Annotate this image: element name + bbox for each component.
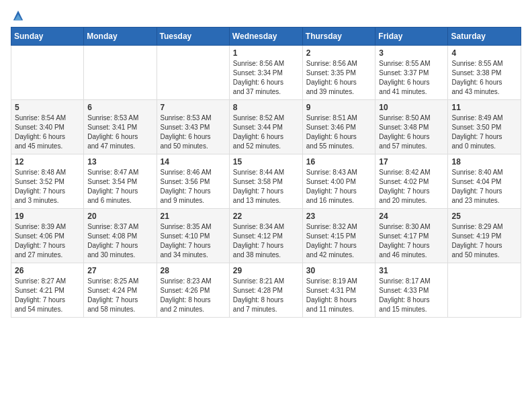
calendar-cell: 12Sunrise: 8:48 AM Sunset: 3:52 PM Dayli…: [11, 154, 84, 209]
day-number: 25: [451, 212, 517, 221]
day-info: Sunrise: 8:29 AM Sunset: 4:19 PM Dayligh…: [451, 222, 517, 260]
calendar-cell: 22Sunrise: 8:34 AM Sunset: 4:12 PM Dayli…: [229, 209, 302, 263]
weekday-header: Saturday: [448, 28, 521, 46]
calendar-cell: 30Sunrise: 8:19 AM Sunset: 4:31 PM Dayli…: [302, 263, 375, 318]
day-info: Sunrise: 8:23 AM Sunset: 4:26 PM Dayligh…: [161, 277, 226, 314]
logo: [11, 11, 24, 21]
calendar-cell: 16Sunrise: 8:43 AM Sunset: 4:00 PM Dayli…: [302, 154, 375, 209]
day-number: 7: [161, 103, 226, 112]
calendar-week-row: 12Sunrise: 8:48 AM Sunset: 3:52 PM Dayli…: [11, 154, 521, 209]
logo-icon: [12, 9, 24, 21]
day-number: 5: [15, 103, 80, 112]
day-number: 10: [379, 103, 444, 112]
day-info: Sunrise: 8:32 AM Sunset: 4:15 PM Dayligh…: [306, 222, 372, 260]
calendar-cell: 7Sunrise: 8:53 AM Sunset: 3:43 PM Daylig…: [157, 100, 229, 154]
day-info: Sunrise: 8:53 AM Sunset: 3:41 PM Dayligh…: [87, 113, 152, 151]
day-number: 22: [233, 212, 299, 221]
calendar-cell: [157, 46, 229, 100]
calendar: SundayMondayTuesdayWednesdayThursdayFrid…: [11, 27, 521, 318]
calendar-cell: 2Sunrise: 8:56 AM Sunset: 3:35 PM Daylig…: [302, 46, 375, 100]
calendar-cell: 27Sunrise: 8:25 AM Sunset: 4:24 PM Dayli…: [84, 263, 157, 318]
day-info: Sunrise: 8:53 AM Sunset: 3:43 PM Dayligh…: [161, 113, 226, 151]
page-header: [11, 11, 521, 21]
day-info: Sunrise: 8:44 AM Sunset: 3:58 PM Dayligh…: [233, 168, 299, 205]
day-info: Sunrise: 8:19 AM Sunset: 4:31 PM Dayligh…: [306, 277, 372, 314]
calendar-week-row: 26Sunrise: 8:27 AM Sunset: 4:21 PM Dayli…: [11, 263, 521, 318]
weekday-header: Sunday: [11, 28, 84, 46]
day-number: 28: [161, 266, 226, 275]
day-number: 2: [306, 48, 372, 58]
day-info: Sunrise: 8:43 AM Sunset: 4:00 PM Dayligh…: [306, 168, 372, 205]
calendar-cell: 20Sunrise: 8:37 AM Sunset: 4:08 PM Dayli…: [84, 209, 157, 263]
weekday-header-row: SundayMondayTuesdayWednesdayThursdayFrid…: [11, 28, 521, 46]
day-number: 13: [87, 157, 152, 167]
day-info: Sunrise: 8:56 AM Sunset: 3:35 PM Dayligh…: [306, 59, 372, 97]
day-info: Sunrise: 8:27 AM Sunset: 4:21 PM Dayligh…: [15, 277, 80, 314]
calendar-cell: 8Sunrise: 8:52 AM Sunset: 3:44 PM Daylig…: [229, 100, 302, 154]
day-info: Sunrise: 8:52 AM Sunset: 3:44 PM Dayligh…: [233, 113, 299, 151]
calendar-cell: 23Sunrise: 8:32 AM Sunset: 4:15 PM Dayli…: [302, 209, 375, 263]
day-number: 29: [233, 266, 299, 275]
calendar-cell: 4Sunrise: 8:55 AM Sunset: 3:38 PM Daylig…: [448, 46, 521, 100]
day-info: Sunrise: 8:42 AM Sunset: 4:02 PM Dayligh…: [379, 168, 444, 205]
calendar-cell: 28Sunrise: 8:23 AM Sunset: 4:26 PM Dayli…: [157, 263, 229, 318]
day-number: 11: [451, 103, 517, 112]
day-info: Sunrise: 8:46 AM Sunset: 3:56 PM Dayligh…: [161, 168, 226, 205]
day-number: 12: [15, 157, 80, 167]
calendar-cell: 21Sunrise: 8:35 AM Sunset: 4:10 PM Dayli…: [157, 209, 229, 263]
day-info: Sunrise: 8:37 AM Sunset: 4:08 PM Dayligh…: [87, 222, 152, 260]
calendar-cell: 6Sunrise: 8:53 AM Sunset: 3:41 PM Daylig…: [84, 100, 157, 154]
day-info: Sunrise: 8:17 AM Sunset: 4:33 PM Dayligh…: [379, 277, 444, 314]
day-number: 8: [233, 103, 299, 112]
day-info: Sunrise: 8:25 AM Sunset: 4:24 PM Dayligh…: [87, 277, 152, 314]
calendar-cell: [448, 263, 521, 318]
day-number: 16: [306, 157, 372, 167]
calendar-week-row: 19Sunrise: 8:39 AM Sunset: 4:06 PM Dayli…: [11, 209, 521, 263]
day-info: Sunrise: 8:55 AM Sunset: 3:37 PM Dayligh…: [379, 59, 444, 97]
calendar-cell: 1Sunrise: 8:56 AM Sunset: 3:34 PM Daylig…: [229, 46, 302, 100]
day-info: Sunrise: 8:56 AM Sunset: 3:34 PM Dayligh…: [233, 59, 299, 97]
day-number: 30: [306, 266, 372, 275]
day-info: Sunrise: 8:47 AM Sunset: 3:54 PM Dayligh…: [87, 168, 152, 205]
day-info: Sunrise: 8:51 AM Sunset: 3:46 PM Dayligh…: [306, 113, 372, 151]
day-number: 4: [451, 48, 517, 58]
day-info: Sunrise: 8:49 AM Sunset: 3:50 PM Dayligh…: [451, 113, 517, 151]
day-number: 18: [451, 157, 517, 167]
calendar-cell: 10Sunrise: 8:50 AM Sunset: 3:48 PM Dayli…: [375, 100, 448, 154]
day-info: Sunrise: 8:34 AM Sunset: 4:12 PM Dayligh…: [233, 222, 299, 260]
day-number: 9: [306, 103, 372, 112]
calendar-cell: 31Sunrise: 8:17 AM Sunset: 4:33 PM Dayli…: [375, 263, 448, 318]
weekday-header: Friday: [375, 28, 448, 46]
day-info: Sunrise: 8:39 AM Sunset: 4:06 PM Dayligh…: [15, 222, 80, 260]
day-number: 31: [379, 266, 444, 275]
weekday-header: Wednesday: [229, 28, 302, 46]
day-number: 21: [161, 212, 226, 221]
calendar-cell: 19Sunrise: 8:39 AM Sunset: 4:06 PM Dayli…: [11, 209, 84, 263]
day-number: 14: [161, 157, 226, 167]
calendar-cell: 15Sunrise: 8:44 AM Sunset: 3:58 PM Dayli…: [229, 154, 302, 209]
calendar-cell: [84, 46, 157, 100]
calendar-cell: 29Sunrise: 8:21 AM Sunset: 4:28 PM Dayli…: [229, 263, 302, 318]
day-info: Sunrise: 8:55 AM Sunset: 3:38 PM Dayligh…: [451, 59, 517, 97]
calendar-cell: 26Sunrise: 8:27 AM Sunset: 4:21 PM Dayli…: [11, 263, 84, 318]
day-number: 17: [379, 157, 444, 167]
calendar-cell: 14Sunrise: 8:46 AM Sunset: 3:56 PM Dayli…: [157, 154, 229, 209]
calendar-cell: 5Sunrise: 8:54 AM Sunset: 3:40 PM Daylig…: [11, 100, 84, 154]
day-info: Sunrise: 8:35 AM Sunset: 4:10 PM Dayligh…: [161, 222, 226, 260]
calendar-cell: 24Sunrise: 8:30 AM Sunset: 4:17 PM Dayli…: [375, 209, 448, 263]
day-info: Sunrise: 8:21 AM Sunset: 4:28 PM Dayligh…: [233, 277, 299, 314]
day-number: 3: [379, 48, 444, 58]
calendar-week-row: 5Sunrise: 8:54 AM Sunset: 3:40 PM Daylig…: [11, 100, 521, 154]
calendar-cell: 17Sunrise: 8:42 AM Sunset: 4:02 PM Dayli…: [375, 154, 448, 209]
calendar-cell: 3Sunrise: 8:55 AM Sunset: 3:37 PM Daylig…: [375, 46, 448, 100]
day-number: 27: [87, 266, 152, 275]
calendar-cell: 25Sunrise: 8:29 AM Sunset: 4:19 PM Dayli…: [448, 209, 521, 263]
weekday-header: Thursday: [302, 28, 375, 46]
calendar-cell: [11, 46, 84, 100]
day-info: Sunrise: 8:54 AM Sunset: 3:40 PM Dayligh…: [15, 113, 80, 151]
calendar-cell: 13Sunrise: 8:47 AM Sunset: 3:54 PM Dayli…: [84, 154, 157, 209]
day-number: 24: [379, 212, 444, 221]
calendar-cell: 9Sunrise: 8:51 AM Sunset: 3:46 PM Daylig…: [302, 100, 375, 154]
weekday-header: Tuesday: [157, 28, 229, 46]
calendar-week-row: 1Sunrise: 8:56 AM Sunset: 3:34 PM Daylig…: [11, 46, 521, 100]
